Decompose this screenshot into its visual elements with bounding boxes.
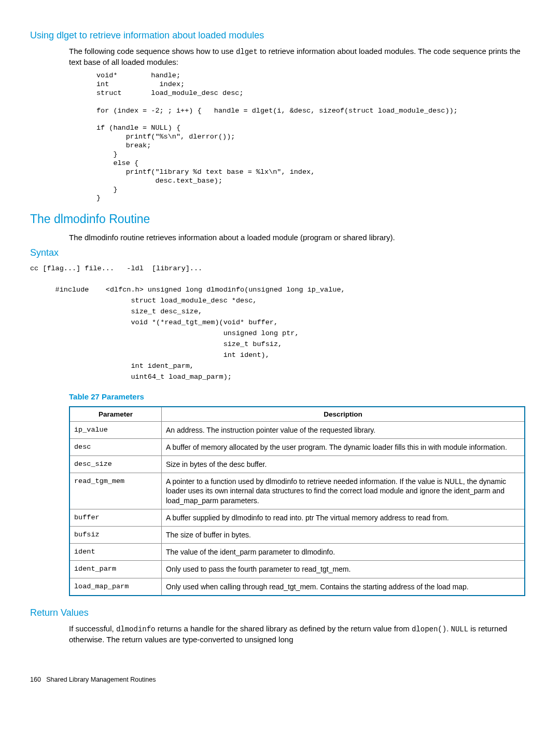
page-footer: 160 Shared Library Management Routines: [30, 676, 530, 683]
param-desc-cell: A buffer of memory allocated by the user…: [162, 438, 525, 455]
param-desc-cell: An address. The instruction pointer valu…: [162, 421, 525, 438]
syntax-heading: Syntax: [30, 247, 530, 258]
table-row: desc_sizeSize in bytes of the desc buffe…: [69, 456, 525, 473]
table-row: descA buffer of memory allocated by the …: [69, 438, 525, 455]
param-name-cell: desc: [69, 438, 162, 455]
param-desc-cell: A pointer to a function used by dlmodinf…: [162, 473, 525, 509]
return-values-heading: Return Values: [30, 607, 530, 618]
parameters-table: Parameter Description ip_valueAn address…: [69, 406, 525, 596]
inline-code-dlopen: dlopen(): [412, 625, 446, 633]
table-row: bufsizThe size of buffer in bytes.: [69, 526, 525, 543]
rv-mid1: returns a handle for the shared library …: [156, 624, 412, 633]
param-name-cell: ident: [69, 544, 162, 561]
table-row: bufferA buffer supplied by dlmodinfo to …: [69, 509, 525, 526]
page-number: 160: [30, 676, 41, 683]
section1-paragraph: The following code sequence shows how to…: [69, 46, 530, 67]
header-description: Description: [162, 407, 525, 422]
param-name-cell: read_tgm_mem: [69, 473, 162, 509]
footer-text: Shared Library Management Routines: [46, 676, 156, 683]
return-values-paragraph: If successful, dlmodinfo returns a handl…: [69, 624, 530, 645]
section2-paragraph: The dlmodinfo routine retrieves informat…: [69, 232, 530, 243]
param-desc-cell: Only used to pass the fourth parameter t…: [162, 561, 525, 578]
rv-mid2: .: [446, 624, 451, 633]
param-name-cell: bufsiz: [69, 526, 162, 543]
param-name-cell: buffer: [69, 509, 162, 526]
param-name-cell: ip_value: [69, 421, 162, 438]
param-desc-cell: A buffer supplied by dlmodinfo to read i…: [162, 509, 525, 526]
inline-code-dlmodinfo: dlmodinfo: [116, 625, 156, 633]
section-heading-dlget: Using dlget to retrieve information abou…: [30, 30, 530, 41]
rv-prefix: If successful,: [69, 624, 116, 633]
section-heading-dlmodinfo: The dlmodinfo Routine: [30, 212, 530, 226]
table-row: identThe value of the ident_parm paramet…: [69, 544, 525, 561]
param-name-cell: load_map_parm: [69, 578, 162, 596]
table-header-row: Parameter Description: [69, 407, 525, 422]
param-name-cell: ident_parm: [69, 561, 162, 578]
param-desc-cell: Only used when calling through read_tgt_…: [162, 578, 525, 596]
header-parameter: Parameter: [69, 407, 162, 422]
code-block-1: void* handle; int index; struct load_mod…: [96, 72, 530, 203]
param-name-cell: desc_size: [69, 456, 162, 473]
inline-code-dlget: dlget: [236, 48, 258, 56]
param-desc-cell: Size in bytes of the desc buffer.: [162, 456, 525, 473]
table-title: Table 27 Parameters: [69, 392, 530, 401]
param-desc-cell: The value of the ident_parm parameter to…: [162, 544, 525, 561]
param-desc-cell: The size of buffer in bytes.: [162, 526, 525, 543]
table-row: ip_valueAn address. The instruction poin…: [69, 421, 525, 438]
table-row: ident_parmOnly used to pass the fourth p…: [69, 561, 525, 578]
table-row: read_tgm_memA pointer to a function used…: [69, 473, 525, 509]
para-prefix: The following code sequence shows how to…: [69, 47, 236, 56]
code-block-syntax: cc [flag...] file... -ldl [library]... #…: [30, 264, 530, 383]
inline-code-null: NULL: [451, 625, 469, 633]
table-row: load_map_parmOnly used when calling thro…: [69, 578, 525, 596]
